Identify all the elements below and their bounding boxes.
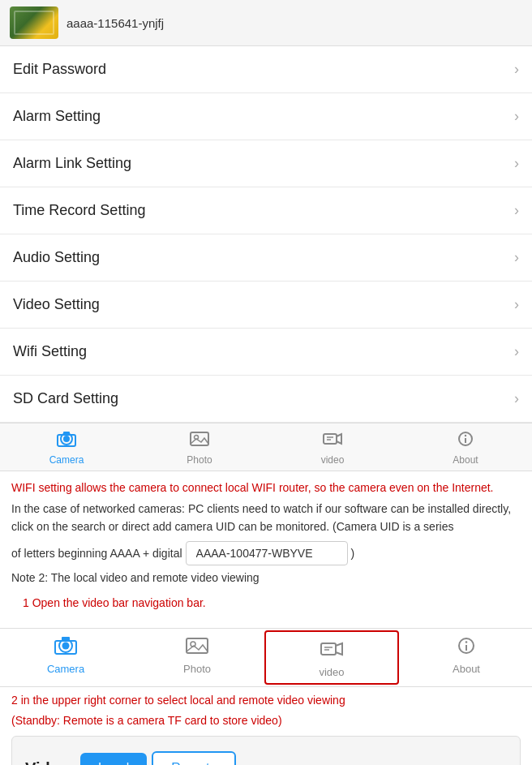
nav-item-video[interactable]: video bbox=[266, 423, 399, 471]
nav-item-camera[interactable]: Camera bbox=[0, 423, 133, 471]
chevron-icon: › bbox=[514, 61, 519, 78]
nav2-item-video[interactable]: video bbox=[264, 630, 399, 685]
device-header: aaaa-115641-ynjfj bbox=[0, 0, 532, 46]
photo-icon-2 bbox=[185, 635, 209, 661]
nav-item-about[interactable]: About bbox=[399, 423, 532, 471]
menu-item-label: Wifi Setting bbox=[13, 343, 87, 360]
chevron-icon: › bbox=[514, 108, 519, 125]
menu-item-label: SD Card Setting bbox=[13, 390, 118, 407]
chevron-icon: › bbox=[514, 390, 519, 407]
menu-list: Edit Password › Alarm Setting › Alarm Li… bbox=[0, 46, 532, 423]
camera-icon-2 bbox=[54, 635, 78, 661]
uid-prefix-text: of letters beginning AAAA + digital bbox=[11, 547, 182, 560]
menu-item-alarm-setting[interactable]: Alarm Setting › bbox=[0, 93, 532, 140]
svg-rect-6 bbox=[324, 434, 337, 444]
svg-rect-15 bbox=[62, 637, 70, 641]
svg-rect-16 bbox=[187, 638, 208, 653]
info-icon-2 bbox=[454, 635, 478, 661]
standby-note: (Standby: Remote is a camera TF card to … bbox=[0, 711, 532, 736]
step2-text: 2 in the upper right corner to select lo… bbox=[0, 687, 532, 711]
svg-rect-18 bbox=[321, 643, 336, 655]
video-icon-2 bbox=[320, 638, 344, 664]
nav2-item-camera[interactable]: Camera bbox=[0, 629, 131, 686]
note2-text: Note 2: The local video and remote video… bbox=[11, 569, 521, 587]
nav2-label-about: About bbox=[453, 663, 480, 675]
nav2-item-about[interactable]: About bbox=[401, 629, 532, 686]
uid-input[interactable] bbox=[186, 541, 348, 565]
menu-item-label: Video Setting bbox=[13, 296, 100, 313]
info-text-1: In the case of networked cameras: PC cli… bbox=[11, 500, 521, 536]
menu-item-label: Time Record Setting bbox=[13, 202, 145, 219]
photo-icon bbox=[189, 430, 210, 453]
remote-button[interactable]: Remote bbox=[152, 751, 236, 765]
nav2-label-camera: Camera bbox=[47, 663, 84, 675]
camera-icon bbox=[56, 430, 77, 453]
menu-item-label: Alarm Link Setting bbox=[13, 155, 131, 172]
nav2-label-video: video bbox=[319, 666, 344, 678]
svg-point-1 bbox=[63, 436, 70, 442]
svg-point-23 bbox=[466, 641, 468, 643]
nav2-item-photo[interactable]: Photo bbox=[131, 629, 263, 686]
nav-label-camera: Camera bbox=[49, 454, 84, 466]
local-button[interactable]: Local bbox=[80, 753, 147, 765]
device-name: aaaa-115641-ynjfj bbox=[66, 16, 164, 30]
video-icon bbox=[322, 430, 343, 453]
uid-area: of letters beginning AAAA + digital ) bbox=[11, 541, 521, 565]
chevron-icon: › bbox=[514, 249, 519, 266]
menu-item-label: Audio Setting bbox=[13, 249, 100, 266]
menu-item-edit-password[interactable]: Edit Password › bbox=[0, 46, 532, 93]
video-section: Video Local Remote bbox=[0, 736, 532, 765]
menu-item-wifi-setting[interactable]: Wifi Setting › bbox=[0, 329, 532, 376]
chevron-icon: › bbox=[514, 155, 519, 172]
step1-text: 1 Open the video bar navigation bar. bbox=[11, 590, 521, 613]
nav-label-about: About bbox=[453, 454, 478, 466]
nav-item-photo[interactable]: Photo bbox=[133, 423, 266, 471]
menu-item-time-record-setting[interactable]: Time Record Setting › bbox=[0, 187, 532, 234]
nav2-label-photo: Photo bbox=[183, 663, 211, 675]
info-section: WIFI setting allows the camera to connec… bbox=[0, 471, 532, 621]
svg-point-11 bbox=[465, 435, 466, 436]
info-icon bbox=[455, 430, 476, 453]
chevron-icon: › bbox=[514, 343, 519, 360]
menu-item-sd-card-setting[interactable]: SD Card Setting › bbox=[0, 376, 532, 423]
menu-item-label: Alarm Setting bbox=[13, 108, 101, 125]
wifi-info-red: WIFI setting allows the camera to connec… bbox=[11, 479, 521, 496]
video-buttons-container: Video Local Remote bbox=[11, 736, 521, 765]
uid-suffix-text: ) bbox=[351, 547, 355, 560]
menu-item-alarm-link-setting[interactable]: Alarm Link Setting › bbox=[0, 140, 532, 187]
menu-item-label: Edit Password bbox=[13, 61, 106, 78]
chevron-icon: › bbox=[514, 202, 519, 219]
menu-item-audio-setting[interactable]: Audio Setting › bbox=[0, 234, 532, 282]
device-thumbnail bbox=[10, 6, 58, 39]
bottom-nav-2: Camera Photo video bbox=[0, 628, 532, 687]
svg-rect-4 bbox=[191, 432, 208, 445]
svg-rect-3 bbox=[63, 432, 70, 435]
svg-point-13 bbox=[62, 643, 70, 650]
nav-label-photo: Photo bbox=[187, 454, 212, 466]
bottom-nav-1: Camera Photo video bbox=[0, 423, 532, 471]
video-label: Video bbox=[25, 759, 69, 765]
chevron-icon: › bbox=[514, 296, 519, 313]
nav-label-video: video bbox=[321, 454, 345, 466]
menu-item-video-setting[interactable]: Video Setting › bbox=[0, 282, 532, 329]
